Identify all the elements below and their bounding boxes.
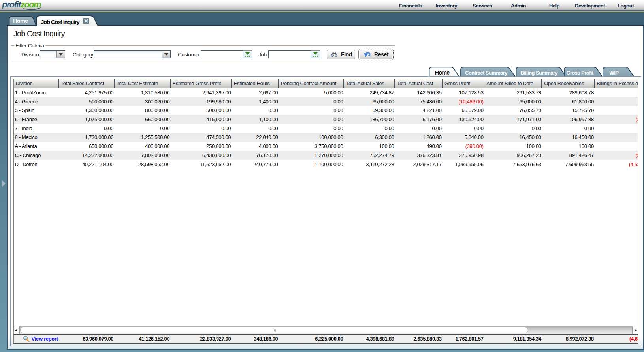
svg-text:Job Cost Inquiry: Job Cost Inquiry: [41, 19, 80, 25]
svg-text:Contract Summary: Contract Summary: [465, 70, 508, 76]
svg-text:Home: Home: [435, 69, 450, 76]
svg-text:profit: profit: [2, 0, 22, 9]
svg-text:Gross Profit: Gross Profit: [567, 70, 594, 76]
svg-text:Home: Home: [13, 18, 28, 24]
svg-text:Billing Summary: Billing Summary: [520, 70, 558, 76]
svg-text:WIP: WIP: [610, 70, 619, 76]
svg-text:zoom: zoom: [20, 0, 41, 9]
